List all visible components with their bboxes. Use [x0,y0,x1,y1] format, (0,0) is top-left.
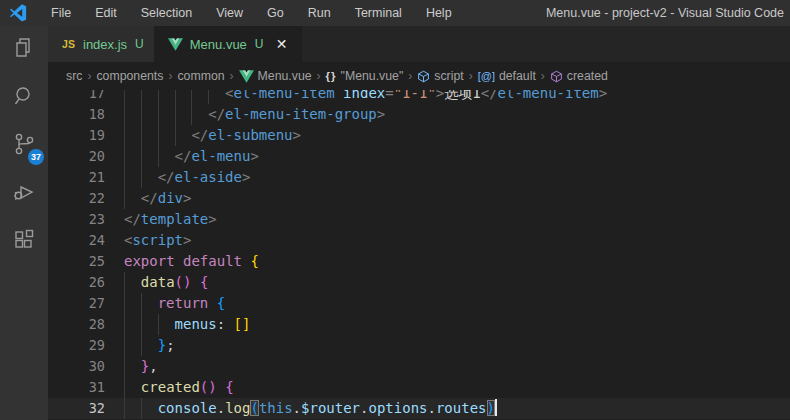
code-text: }, [124,356,790,377]
code-line-29[interactable]: 29}; [48,335,790,356]
indent-guide [141,125,158,146]
line-number[interactable]: 27 [48,293,124,314]
breadcrumb-item-menu-vue[interactable]: Menu.vue [239,69,312,83]
tab-index.js[interactable]: JSindex.jsU [48,26,155,62]
code-line-25[interactable]: 25export default { [48,251,790,272]
breadcrumb-item-components[interactable]: components [96,69,163,83]
line-number[interactable]: 32 [48,398,124,419]
code-text: menus: [] [124,314,790,335]
code-token: el-submenu [208,127,292,143]
code-line-27[interactable]: 27return { [48,293,790,314]
menu-run[interactable]: Run [296,0,343,26]
code-token: { [217,295,225,311]
breadcrumb-item-common[interactable]: common [177,69,224,83]
breadcrumb-item-script[interactable]: script [417,69,463,83]
code-token: ( [175,274,183,290]
activity-search-button[interactable] [0,74,48,122]
breadcrumb-label: Menu.vue [258,69,312,83]
breadcrumb-item-src[interactable]: src [66,69,82,83]
menu-terminal[interactable]: Terminal [343,0,414,26]
activity-run-debug-button[interactable] [0,170,48,218]
code-editor[interactable]: 17<el-menu-item index="1-1">选项1</el-menu… [48,90,790,420]
indent-guide [141,314,158,335]
indent-guide [124,167,141,188]
code-token: </ [158,169,175,185]
line-number[interactable]: 29 [48,335,124,356]
close-icon[interactable]: ✕ [273,35,291,53]
activity-explorer-button[interactable] [0,26,48,74]
menu-selection[interactable]: Selection [129,0,204,26]
line-number[interactable]: 21 [48,167,124,188]
line-number[interactable]: 25 [48,251,124,272]
indent-guide [124,398,141,419]
code-line-23[interactable]: 23</template> [48,209,790,230]
indent-guide [141,90,158,104]
indent-guide [141,293,158,314]
code-line-24[interactable]: 24<script> [48,230,790,251]
breadcrumb-label: script [434,69,463,83]
code-token [175,253,183,269]
indent-guide [158,314,175,335]
code-line-26[interactable]: 26data() { [48,272,790,293]
line-number[interactable]: 30 [48,356,124,377]
code-token: el-aside [175,169,242,185]
activity-source-control-button[interactable]: 37 [0,122,48,170]
menu-view[interactable]: View [204,0,255,26]
code-text: created() { [124,377,790,398]
breadcrumb-item-created[interactable]: created [550,69,608,83]
indent-guide [141,104,158,125]
activity-bar: 37 [0,26,48,420]
code-line-30[interactable]: 30}, [48,356,790,377]
code-token: </ [208,106,225,122]
line-number[interactable]: 17 [48,90,124,104]
code-line-21[interactable]: 21</el-aside> [48,167,790,188]
line-number[interactable]: 23 [48,209,124,230]
line-number[interactable]: 19 [48,125,124,146]
code-token: default [183,253,242,269]
breadcrumb-item-default[interactable]: [@]default [478,69,536,83]
chevron-right-icon: › [408,69,412,83]
line-number[interactable]: 18 [48,104,124,125]
code-line-19[interactable]: 19</el-submenu> [48,125,790,146]
code-line-31[interactable]: 31created() { [48,377,790,398]
code-token: ) [208,379,216,395]
activity-extensions-button[interactable] [0,218,48,266]
line-number[interactable]: 20 [48,146,124,167]
code-token: > [183,190,191,206]
menu-go[interactable]: Go [255,0,296,26]
chevron-right-icon: › [168,69,172,83]
code-token: { [200,274,208,290]
menu-bar: FileEditSelectionViewGoRunTerminalHelp [39,0,464,26]
code-token: { [250,253,258,269]
tab-menu.vue[interactable]: Menu.vueU✕ [155,26,302,62]
indent-guide [158,125,175,146]
line-number[interactable]: 31 [48,377,124,398]
breadcrumb-item--menu-vue-[interactable]: {}"Menu.vue" [326,69,404,83]
menu-help[interactable]: Help [414,0,464,26]
code-line-22[interactable]: 22</div> [48,188,790,209]
method-symbol-icon [550,70,563,83]
chevron-right-icon: › [541,69,545,83]
code-line-32[interactable]: 32console.log(this.$router.options.route… [48,398,790,419]
line-number[interactable]: 28 [48,314,124,335]
line-number[interactable]: 26 [48,272,124,293]
code-text: </div> [124,188,790,209]
code-text: }; [124,335,790,356]
indent-guide [141,167,158,188]
menu-edit[interactable]: Edit [83,0,129,26]
code-line-17[interactable]: 17<el-menu-item index="1-1">选项1</el-menu… [48,90,790,104]
code-line-18[interactable]: 18</el-menu-item-group> [48,104,790,125]
code-token: . [217,400,225,416]
code-text: return { [124,293,790,314]
line-number[interactable]: 24 [48,230,124,251]
code-token: el-menu-item-group [225,106,377,122]
code-line-20[interactable]: 20</el-menu> [48,146,790,167]
menu-file[interactable]: File [39,0,83,26]
code-line-28[interactable]: 28menus: [] [48,314,790,335]
code-token: 选项1 [444,90,480,101]
indent-guide [191,104,208,125]
breadcrumb-label: components [96,69,163,83]
line-number[interactable]: 22 [48,188,124,209]
breadcrumb-label: src [66,69,82,83]
code-text: </el-aside> [124,167,790,188]
